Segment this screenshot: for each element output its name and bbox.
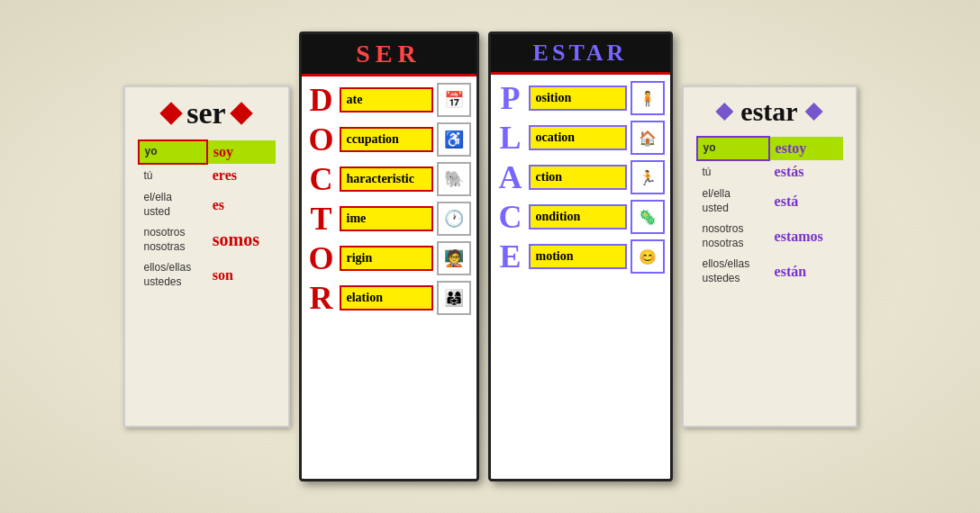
ser-card-title: ser: [186, 96, 225, 130]
ser-pronoun: tú: [139, 164, 207, 187]
doctor-icon: 🐘: [437, 162, 471, 196]
estar-table-row: el/ella ustedestá: [697, 184, 843, 219]
ser-verb: soy: [207, 140, 276, 164]
place-word: motion: [529, 244, 627, 269]
doctor-icon: 🕐: [437, 202, 471, 236]
estar-card-title: estar: [740, 96, 797, 127]
doctor-letter: R: [307, 282, 336, 314]
ser-table-row: nosotros nosotrassomos: [139, 222, 276, 257]
ser-verb: es: [207, 187, 276, 222]
estar-pronoun: el/ella usted: [697, 184, 769, 219]
estar-pronoun: tú: [697, 160, 769, 184]
doctor-letter: O: [307, 123, 336, 156]
doctor-icon: ♿: [437, 122, 471, 157]
ser-table-row: ellos/ellas ustedesson: [139, 257, 276, 292]
ser-pronoun: el/ella usted: [139, 187, 207, 222]
estar-verb: estoy: [769, 137, 843, 160]
place-row: Action🏃: [491, 158, 670, 197]
doctor-letter: D: [307, 84, 336, 116]
doctor-word: ate: [340, 87, 433, 112]
estar-verb: estás: [769, 160, 843, 184]
estar-verb: estamos: [769, 219, 843, 254]
diamond-left-icon: [160, 102, 183, 124]
doctor-letter: T: [307, 202, 336, 235]
estar-verb: está: [769, 184, 843, 219]
doctor-poster: SER Date📅Occupation♿Characteristic🐘Time🕐…: [299, 32, 479, 482]
ser-pronoun: yo: [139, 140, 207, 164]
place-letter: E: [496, 240, 525, 273]
estar-verb: están: [769, 254, 843, 289]
ser-pronoun: ellos/ellas ustedes: [139, 257, 207, 292]
doctor-row: Origin🧑‍🏫: [302, 238, 476, 278]
place-word: ction: [529, 165, 627, 190]
place-row: Emotion😊: [491, 237, 670, 276]
doctor-icon: 📅: [437, 83, 471, 117]
place-letter: C: [496, 201, 525, 233]
place-row: Condition🦠: [491, 197, 670, 237]
ser-verb: son: [207, 257, 276, 292]
diamond-right-icon: [230, 102, 252, 124]
estar-pronoun: yo: [697, 137, 769, 160]
place-icon: 😊: [631, 239, 665, 274]
ser-verb: somos: [207, 222, 276, 257]
estar-table-row: ellos/ellas ustedesestán: [697, 254, 843, 289]
estar-pronoun: ellos/ellas ustedes: [697, 254, 769, 289]
doctor-icon: 👨‍👩‍👧: [437, 281, 471, 315]
ser-conjugation-table: yosoytúeresel/ella ustedesnosotros nosot…: [138, 140, 276, 293]
doctor-row: Characteristic🐘: [302, 159, 476, 199]
ser-card: ser yosoytúeresel/ella ustedesnosotros n…: [123, 86, 290, 428]
estar-conjugation-table: yoestoytúestásel/ella ustedestánosotros …: [696, 136, 843, 290]
doctor-word: ccupation: [340, 127, 433, 152]
doctor-row: Time🕐: [302, 199, 476, 238]
place-letter: P: [496, 82, 525, 114]
place-icon: 🏃: [631, 160, 665, 194]
place-word: ondition: [529, 204, 627, 230]
estar-poster: ESTAR Position🧍Location🏠Action🏃Condition…: [488, 32, 673, 482]
diamond-purple-left-icon: [715, 103, 733, 121]
ser-pronoun: nosotros nosotras: [139, 222, 207, 257]
ser-table-row: túeres: [139, 164, 276, 187]
doctor-icon: 🧑‍🏫: [437, 241, 471, 275]
doctor-poster-title: SER: [302, 34, 476, 76]
place-word: osition: [529, 86, 627, 111]
ser-verb: eres: [207, 164, 276, 187]
place-letter: L: [496, 122, 525, 154]
estar-table-row: yoestoy: [697, 137, 843, 160]
main-container: ser yosoytúeresel/ella ustedesnosotros n…: [114, 22, 867, 490]
place-row: Location🏠: [491, 118, 670, 158]
doctor-row: Occupation♿: [302, 120, 476, 159]
ser-table-row: yosoy: [139, 140, 276, 164]
place-icon: 🧍: [631, 81, 665, 115]
estar-card: estar yoestoytúestásel/ella ustedestános…: [682, 86, 858, 428]
place-icon: 🦠: [631, 200, 665, 234]
place-word: ocation: [529, 125, 627, 150]
estar-table-row: túestás: [697, 160, 843, 184]
doctor-word: rigin: [340, 246, 433, 271]
doctor-row: Date📅: [302, 80, 476, 120]
doctor-letter: O: [307, 242, 336, 274]
doctor-row: Relation👨‍👩‍👧: [302, 278, 476, 318]
doctor-word: elation: [340, 285, 433, 310]
place-icon: 🏠: [631, 121, 665, 155]
place-row: Position🧍: [491, 78, 670, 118]
diamond-purple-right-icon: [805, 103, 823, 121]
estar-pronoun: nosotros nosotras: [697, 219, 769, 254]
doctor-letter: C: [307, 163, 336, 195]
doctor-word: haracteristic: [340, 166, 433, 192]
ser-card-title-row: ser: [138, 96, 276, 130]
estar-card-title-row: estar: [696, 96, 843, 127]
ser-table-row: el/ella ustedes: [139, 187, 276, 222]
doctor-word: ime: [340, 206, 433, 231]
estar-table-row: nosotros nosotrasestamos: [697, 219, 843, 254]
estar-poster-title: ESTAR: [491, 34, 670, 75]
place-letter: A: [496, 161, 525, 194]
